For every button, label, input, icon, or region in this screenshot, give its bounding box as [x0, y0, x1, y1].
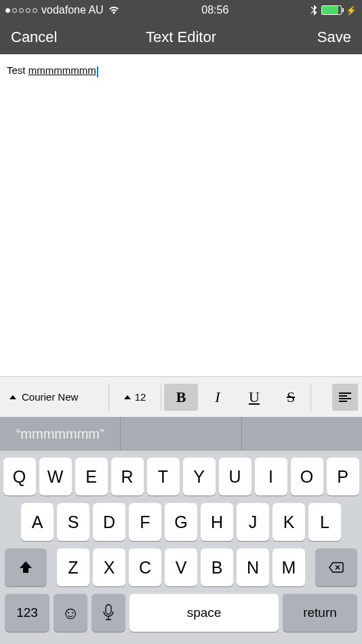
- key-g[interactable]: G: [165, 503, 197, 541]
- key-n[interactable]: N: [237, 548, 269, 586]
- key-a[interactable]: A: [21, 503, 54, 541]
- editor-text-underlined: mmmmmmmm: [28, 64, 96, 76]
- key-r[interactable]: R: [111, 458, 144, 496]
- chevron-up-icon: [124, 395, 131, 399]
- bluetooth-icon: [310, 5, 317, 16]
- key-m[interactable]: M: [273, 548, 305, 586]
- key-l[interactable]: L: [308, 503, 341, 541]
- mic-icon: [102, 604, 115, 622]
- save-button[interactable]: Save: [317, 28, 351, 46]
- editor-text-plain: Test: [7, 64, 28, 76]
- underline-button[interactable]: U: [237, 384, 271, 411]
- text-editor-area[interactable]: Test mmmmmmmm: [0, 54, 362, 376]
- backspace-icon: [328, 559, 344, 576]
- font-size: 12: [135, 391, 146, 403]
- key-b[interactable]: B: [201, 548, 233, 586]
- text-cursor: [97, 66, 98, 77]
- keyboard: QWERTYUIOP ASDFGHJKL ZXCVBNM 123 ☺ space…: [0, 451, 362, 644]
- font-selector[interactable]: Courier New: [4, 384, 106, 411]
- key-w[interactable]: W: [39, 458, 72, 496]
- page-title: Text Editor: [146, 28, 216, 46]
- wifi-icon: [108, 5, 120, 15]
- cancel-button[interactable]: Cancel: [11, 28, 57, 46]
- nav-bar: Cancel Text Editor Save: [0, 20, 362, 54]
- carrier-label: vodafone AU: [41, 4, 104, 16]
- charging-icon: ⚡: [346, 5, 357, 16]
- suggestion-1[interactable]: “mmmmmmm”: [0, 417, 121, 451]
- svg-rect-0: [106, 605, 111, 614]
- battery-icon: [321, 5, 342, 15]
- align-button[interactable]: [332, 384, 358, 411]
- key-v[interactable]: V: [165, 548, 197, 586]
- key-f[interactable]: F: [129, 503, 161, 541]
- font-size-selector[interactable]: 12: [112, 384, 158, 411]
- align-left-icon: [339, 393, 351, 402]
- chevron-up-icon: [9, 395, 16, 399]
- key-k[interactable]: K: [273, 503, 305, 541]
- mic-key[interactable]: [92, 594, 125, 632]
- shift-icon: [18, 559, 34, 576]
- key-y[interactable]: Y: [183, 458, 216, 496]
- backspace-key[interactable]: [315, 548, 357, 586]
- key-i[interactable]: I: [255, 458, 287, 496]
- key-c[interactable]: C: [129, 548, 161, 586]
- status-bar: vodafone AU 08:56 ⚡: [0, 0, 362, 20]
- key-e[interactable]: E: [75, 458, 108, 496]
- key-o[interactable]: O: [291, 458, 323, 496]
- key-x[interactable]: X: [93, 548, 125, 586]
- format-toolbar: Courier New 12 B I U S: [0, 376, 362, 417]
- key-z[interactable]: Z: [57, 548, 89, 586]
- key-h[interactable]: H: [201, 503, 233, 541]
- key-j[interactable]: J: [237, 503, 269, 541]
- shift-key[interactable]: [5, 548, 47, 586]
- return-key[interactable]: return: [283, 594, 357, 632]
- strikethrough-button[interactable]: S: [274, 384, 308, 411]
- italic-button[interactable]: I: [201, 384, 235, 411]
- space-key[interactable]: space: [129, 594, 279, 632]
- time-label: 08:56: [201, 4, 228, 16]
- numbers-key[interactable]: 123: [5, 594, 49, 632]
- key-d[interactable]: D: [93, 503, 125, 541]
- suggestion-3[interactable]: [242, 417, 362, 451]
- bold-button[interactable]: B: [164, 384, 198, 411]
- key-p[interactable]: P: [327, 458, 359, 496]
- font-name: Courier New: [22, 391, 78, 403]
- key-u[interactable]: U: [219, 458, 252, 496]
- signal-icon: [5, 8, 37, 13]
- key-q[interactable]: Q: [3, 458, 36, 496]
- emoji-key[interactable]: ☺: [54, 594, 87, 632]
- suggestion-2[interactable]: [121, 417, 241, 451]
- suggestion-bar: “mmmmmmm”: [0, 417, 362, 451]
- emoji-icon: ☺: [62, 603, 80, 624]
- key-t[interactable]: T: [147, 458, 180, 496]
- key-s[interactable]: S: [57, 503, 89, 541]
